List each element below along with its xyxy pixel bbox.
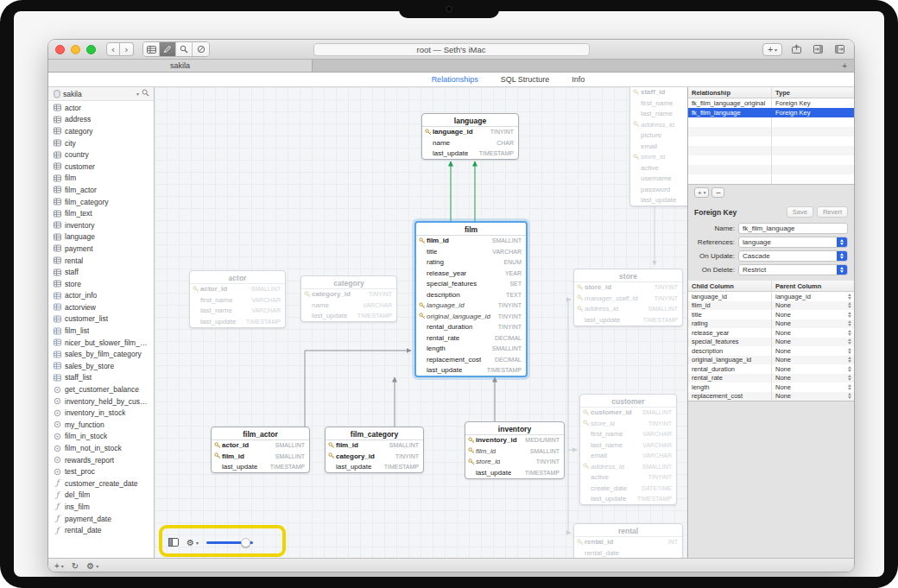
tab-sakila[interactable]: sakila [48,60,313,72]
disable-icon[interactable] [193,42,209,56]
entity-rental[interactable]: rentalrental_idINTrental_date [573,523,683,558]
sidebar-item-inventory_held_by_custo...[interactable]: inventory_held_by_custo... [48,395,154,408]
panel-toggle-icon[interactable] [168,534,179,550]
relationship-row-empty[interactable] [688,165,854,174]
import-icon[interactable] [810,43,825,56]
entity-actor[interactable]: actoractor_idSMALLINTfirst_nameVARCHARla… [189,270,286,328]
parent-column[interactable]: None [771,328,854,338]
bottom-add-button[interactable]: +▾ [54,561,64,571]
parent-column[interactable]: None [771,364,854,374]
sidebar-item-my_function[interactable]: my_function [48,419,154,431]
parent-column[interactable]: None [771,319,854,329]
parent-column[interactable]: None [771,383,854,392]
sidebar-item-staff_list[interactable]: staff_list [48,372,154,384]
sidebar-item-rewards_report[interactable]: rewards_report [48,454,154,466]
sidebar-item-payment_date[interactable]: ƒpayment_date [48,513,154,525]
relationship-row-empty[interactable] [688,127,854,136]
relationship-row-empty[interactable] [688,136,854,146]
column-mapping-row[interactable]: descriptionNone [688,346,854,356]
zoom-slider[interactable] [206,538,253,547]
mode-tab-relationships[interactable]: Relationships [432,75,478,84]
remove-relationship-button[interactable]: − [711,187,724,198]
sort-chevron-icon[interactable]: ▾ [136,91,139,97]
table-view-icon[interactable] [143,42,160,56]
parent-column[interactable]: None [771,346,854,356]
column-mapping-row[interactable]: rental_durationNone [688,364,854,374]
sidebar-item-get_customer_balance[interactable]: get_customer_balance [48,383,154,395]
sidebar-item-category[interactable]: category [48,125,154,137]
new-tab-button[interactable]: + [842,61,847,71]
column-mapping-row[interactable]: release_yearNone [688,328,854,338]
add-object-button[interactable]: +▾ [762,43,782,56]
sidebar-item-inventory[interactable]: inventory [48,219,154,231]
parent-column[interactable]: None [771,301,854,311]
sidebar-item-payment[interactable]: payment [48,243,154,255]
diagram-canvas[interactable]: ⚙ ▾ staffstaff_idfirst_namelast_nameaddr… [155,87,687,558]
relationship-row[interactable]: fk_film_languageForeign Key [688,108,854,117]
sidebar-item-del_film[interactable]: ƒdel_film [48,490,154,502]
entity-inventory[interactable]: inventoryinventory_idMEDIUMINTfilm_idSMA… [465,421,565,479]
share-icon[interactable] [788,43,804,56]
sidebar-item-film_list[interactable]: film_list [48,325,154,337]
on-update-popup[interactable]: Cascade [738,250,848,262]
column-mapping-row[interactable]: titleNone [688,310,854,319]
entity-language[interactable]: languagelanguage_idTINYINTnameCHARlast_u… [421,113,519,160]
save-button[interactable]: Save [787,206,813,218]
sidebar-item-customer_list[interactable]: customer_list [48,313,154,326]
on-delete-popup[interactable]: Restrict [738,264,848,275]
references-popup[interactable]: language [738,237,848,248]
search-icon[interactable] [176,42,193,56]
sidebar-item-staff[interactable]: staff [48,266,154,278]
parent-column[interactable]: None [771,310,854,319]
sidebar-item-inventory_in_stock[interactable]: inventory_in_stock [48,407,154,419]
sidebar-search-icon[interactable] [142,89,149,98]
sidebar-item-film_category[interactable]: film_category [48,196,154,208]
entity-film[interactable]: filmfilm_idSMALLINTtitleVARCHARratingENU… [414,221,528,377]
column-mapping-row[interactable]: rental_rateNone [688,374,854,383]
column-mapping-row[interactable]: ratingNone [688,319,854,329]
parent-column[interactable]: None [771,356,854,365]
relationship-line[interactable] [305,351,411,427]
relationship-row-empty[interactable] [688,174,854,184]
relationship-row-empty[interactable] [688,155,854,165]
sidebar-item-actor[interactable]: actor [48,102,154,114]
sidebar-item-rental[interactable]: rental [48,255,154,267]
entity-film_category[interactable]: film_categoryfilm_idSMALLINTcategory_idT… [325,427,424,473]
name-input[interactable]: fk_film_language [738,223,848,234]
revert-button[interactable]: Revert [817,206,848,218]
relationship-line[interactable] [568,300,571,534]
mode-tab-sql-structure[interactable]: SQL Structure [501,75,550,84]
sidebar-item-ins_film[interactable]: ƒins_film [48,501,154,513]
column-mapping-row[interactable]: replacement_costNone [688,392,854,401]
sidebar-item-film_actor[interactable]: film_actor [48,184,154,196]
zoom-button[interactable] [86,45,96,54]
design-pencil-icon[interactable] [160,42,176,56]
sidebar-item-rental_date[interactable]: ƒrental_date [48,524,154,536]
entity-staff[interactable]: staffstaff_idfirst_namelast_nameaddress_… [629,87,687,206]
sidebar-item-actorview[interactable]: actorview [48,301,154,313]
refresh-icon[interactable]: ↻ [72,561,79,571]
sidebar-item-language[interactable]: language [48,231,154,243]
sidebar-item-customer_create_date[interactable]: ƒcustomer_create_date [48,477,154,490]
sidebar-item-film_not_in_stock[interactable]: film_not_in_stock [48,442,154,454]
export-icon[interactable] [832,43,847,56]
canvas-gear-menu[interactable]: ⚙ ▾ [187,538,199,547]
add-relationship-button[interactable]: +▾ [694,187,709,198]
parent-column[interactable]: None [771,374,854,383]
column-mapping-row[interactable]: special_featuresNone [688,338,854,347]
close-button[interactable] [55,45,65,54]
sidebar-item-test_proc[interactable]: test_proc [48,465,154,477]
sidebar-item-actor_info[interactable]: actor_info [48,290,154,302]
column-mapping-row[interactable]: lengthNone [688,383,854,392]
entity-customer[interactable]: customercustomer_idSMALLINTstore_idTINYI… [579,394,677,505]
parent-column[interactable]: None [771,392,854,401]
column-mapping-row[interactable]: language_idlanguage_id [688,292,854,301]
column-mapping-row[interactable]: film_idNone [688,301,854,311]
sidebar-item-customer[interactable]: customer [48,161,154,173]
entity-film_actor[interactable]: film_actoractor_idSMALLINTfilm_idSMALLIN… [211,427,310,473]
entity-store[interactable]: storestore_idTINYINTmanager_staff_idTINY… [573,269,683,326]
mode-tab-info[interactable]: Info [572,75,585,84]
forward-button[interactable]: › [120,42,134,56]
sidebar-item-city[interactable]: city [48,137,154,149]
bottom-gear-menu[interactable]: ⚙▾ [86,561,98,571]
